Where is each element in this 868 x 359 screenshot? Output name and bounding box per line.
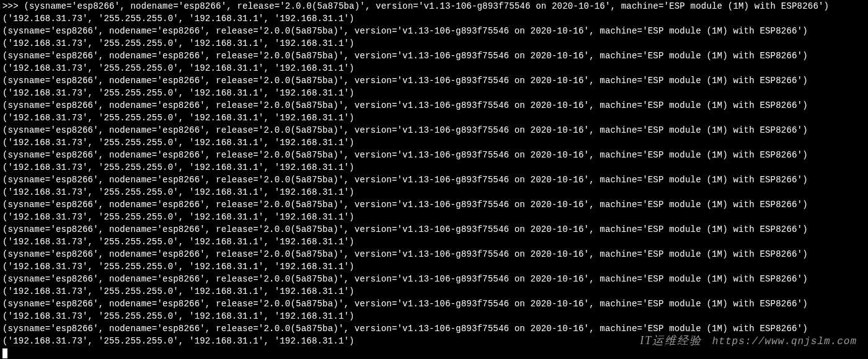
- network-tuple-line: ('192.168.31.73', '255.255.255.0', '192.…: [2, 12, 866, 25]
- network-tuple-line: ('192.168.31.73', '255.255.255.0', '192.…: [2, 335, 866, 347]
- network-tuple-line: ('192.168.31.73', '255.255.255.0', '192.…: [2, 87, 866, 99]
- network-tuple-line: ('192.168.31.73', '255.255.255.0', '192.…: [2, 136, 866, 149]
- network-tuple-line: ('192.168.31.73', '255.255.255.0', '192.…: [2, 161, 866, 174]
- network-tuple-line: ('192.168.31.73', '255.255.255.0', '192.…: [2, 186, 866, 198]
- terminal-output[interactable]: >>> (sysname='esp8266', nodename='esp826…: [0, 0, 868, 359]
- uname-line: (sysname='esp8266', nodename='esp8266', …: [2, 223, 866, 236]
- network-tuple-line: ('192.168.31.73', '255.255.255.0', '192.…: [2, 236, 866, 248]
- uname-line: (sysname='esp8266', nodename='esp8266', …: [2, 99, 866, 112]
- network-tuple-line: ('192.168.31.73', '255.255.255.0', '192.…: [2, 112, 866, 124]
- network-tuple-line: ('192.168.31.73', '255.255.255.0', '192.…: [2, 285, 866, 298]
- uname-line: (sysname='esp8266', nodename='esp8266', …: [2, 322, 866, 335]
- network-tuple-line: ('192.168.31.73', '255.255.255.0', '192.…: [2, 37, 866, 50]
- uname-line: (sysname='esp8266', nodename='esp8266', …: [2, 273, 866, 285]
- uname-line: (sysname='esp8266', nodename='esp8266', …: [2, 298, 866, 310]
- network-tuple-line: ('192.168.31.73', '255.255.255.0', '192.…: [2, 260, 866, 273]
- cursor-line[interactable]: [2, 347, 866, 359]
- uname-line: (sysname='esp8266', nodename='esp8266', …: [2, 124, 866, 136]
- network-tuple-line: ('192.168.31.73', '255.255.255.0', '192.…: [2, 62, 866, 74]
- repl-prompt-line: >>> (sysname='esp8266', nodename='esp826…: [2, 0, 866, 12]
- cursor: [2, 348, 7, 358]
- network-tuple-line: ('192.168.31.73', '255.255.255.0', '192.…: [2, 310, 866, 322]
- network-tuple-line: ('192.168.31.73', '255.255.255.0', '192.…: [2, 211, 866, 223]
- uname-line: (sysname='esp8266', nodename='esp8266', …: [2, 50, 866, 62]
- uname-line: (sysname='esp8266', nodename='esp8266', …: [2, 174, 866, 186]
- uname-line: (sysname='esp8266', nodename='esp8266', …: [2, 248, 866, 260]
- uname-line: (sysname='esp8266', nodename='esp8266', …: [2, 74, 866, 87]
- uname-line: (sysname='esp8266', nodename='esp8266', …: [2, 25, 866, 37]
- uname-line: (sysname='esp8266', nodename='esp8266', …: [2, 198, 866, 211]
- uname-line: (sysname='esp8266', nodename='esp8266', …: [2, 149, 866, 161]
